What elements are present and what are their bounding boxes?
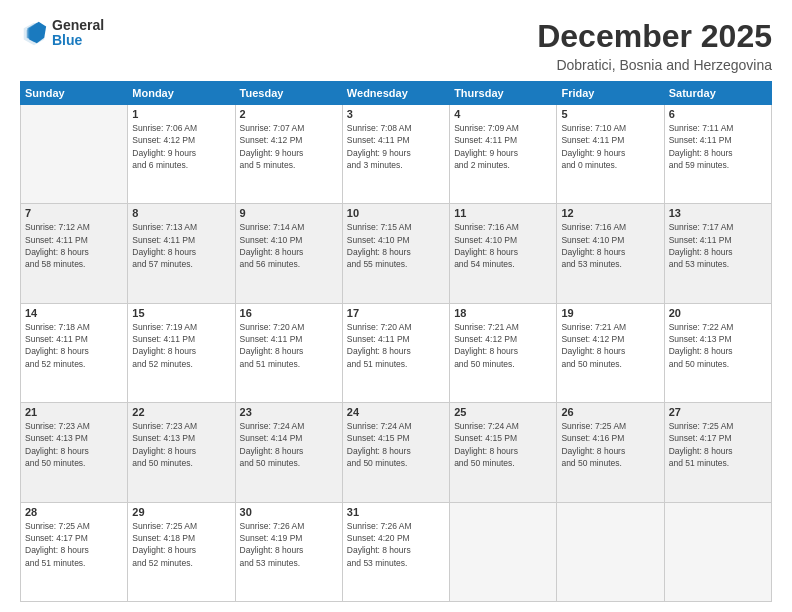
table-row: 16Sunrise: 7:20 AM Sunset: 4:11 PM Dayli… [235, 303, 342, 402]
day-info: Sunrise: 7:25 AM Sunset: 4:18 PM Dayligh… [132, 520, 230, 569]
day-number: 16 [240, 307, 338, 319]
col-saturday: Saturday [664, 82, 771, 105]
logo-blue-text: Blue [52, 33, 104, 48]
table-row: 5Sunrise: 7:10 AM Sunset: 4:11 PM Daylig… [557, 105, 664, 204]
day-number: 2 [240, 108, 338, 120]
table-row: 26Sunrise: 7:25 AM Sunset: 4:16 PM Dayli… [557, 403, 664, 502]
day-number: 31 [347, 506, 445, 518]
col-thursday: Thursday [450, 82, 557, 105]
day-info: Sunrise: 7:06 AM Sunset: 4:12 PM Dayligh… [132, 122, 230, 171]
day-info: Sunrise: 7:07 AM Sunset: 4:12 PM Dayligh… [240, 122, 338, 171]
table-row: 10Sunrise: 7:15 AM Sunset: 4:10 PM Dayli… [342, 204, 449, 303]
table-row: 12Sunrise: 7:16 AM Sunset: 4:10 PM Dayli… [557, 204, 664, 303]
day-info: Sunrise: 7:24 AM Sunset: 4:15 PM Dayligh… [347, 420, 445, 469]
table-row: 13Sunrise: 7:17 AM Sunset: 4:11 PM Dayli… [664, 204, 771, 303]
calendar-week-row: 21Sunrise: 7:23 AM Sunset: 4:13 PM Dayli… [21, 403, 772, 502]
day-info: Sunrise: 7:23 AM Sunset: 4:13 PM Dayligh… [132, 420, 230, 469]
table-row: 3Sunrise: 7:08 AM Sunset: 4:11 PM Daylig… [342, 105, 449, 204]
day-info: Sunrise: 7:25 AM Sunset: 4:17 PM Dayligh… [25, 520, 123, 569]
day-info: Sunrise: 7:12 AM Sunset: 4:11 PM Dayligh… [25, 221, 123, 270]
day-number: 22 [132, 406, 230, 418]
day-info: Sunrise: 7:14 AM Sunset: 4:10 PM Dayligh… [240, 221, 338, 270]
table-row: 25Sunrise: 7:24 AM Sunset: 4:15 PM Dayli… [450, 403, 557, 502]
table-row: 9Sunrise: 7:14 AM Sunset: 4:10 PM Daylig… [235, 204, 342, 303]
day-info: Sunrise: 7:22 AM Sunset: 4:13 PM Dayligh… [669, 321, 767, 370]
calendar-week-row: 28Sunrise: 7:25 AM Sunset: 4:17 PM Dayli… [21, 502, 772, 601]
day-number: 8 [132, 207, 230, 219]
day-info: Sunrise: 7:15 AM Sunset: 4:10 PM Dayligh… [347, 221, 445, 270]
day-info: Sunrise: 7:24 AM Sunset: 4:14 PM Dayligh… [240, 420, 338, 469]
table-row: 15Sunrise: 7:19 AM Sunset: 4:11 PM Dayli… [128, 303, 235, 402]
calendar-week-row: 14Sunrise: 7:18 AM Sunset: 4:11 PM Dayli… [21, 303, 772, 402]
table-row: 8Sunrise: 7:13 AM Sunset: 4:11 PM Daylig… [128, 204, 235, 303]
table-row [450, 502, 557, 601]
header-row: Sunday Monday Tuesday Wednesday Thursday… [21, 82, 772, 105]
day-number: 14 [25, 307, 123, 319]
table-row: 23Sunrise: 7:24 AM Sunset: 4:14 PM Dayli… [235, 403, 342, 502]
day-info: Sunrise: 7:20 AM Sunset: 4:11 PM Dayligh… [347, 321, 445, 370]
day-info: Sunrise: 7:16 AM Sunset: 4:10 PM Dayligh… [454, 221, 552, 270]
table-row: 28Sunrise: 7:25 AM Sunset: 4:17 PM Dayli… [21, 502, 128, 601]
main-title: December 2025 [537, 18, 772, 55]
table-row: 31Sunrise: 7:26 AM Sunset: 4:20 PM Dayli… [342, 502, 449, 601]
day-info: Sunrise: 7:21 AM Sunset: 4:12 PM Dayligh… [561, 321, 659, 370]
day-number: 15 [132, 307, 230, 319]
day-info: Sunrise: 7:18 AM Sunset: 4:11 PM Dayligh… [25, 321, 123, 370]
day-number: 10 [347, 207, 445, 219]
day-number: 3 [347, 108, 445, 120]
table-row: 22Sunrise: 7:23 AM Sunset: 4:13 PM Dayli… [128, 403, 235, 502]
day-number: 25 [454, 406, 552, 418]
table-row: 19Sunrise: 7:21 AM Sunset: 4:12 PM Dayli… [557, 303, 664, 402]
calendar-table: Sunday Monday Tuesday Wednesday Thursday… [20, 81, 772, 602]
table-row: 2Sunrise: 7:07 AM Sunset: 4:12 PM Daylig… [235, 105, 342, 204]
table-row: 17Sunrise: 7:20 AM Sunset: 4:11 PM Dayli… [342, 303, 449, 402]
day-number: 21 [25, 406, 123, 418]
day-number: 9 [240, 207, 338, 219]
day-number: 19 [561, 307, 659, 319]
day-info: Sunrise: 7:25 AM Sunset: 4:17 PM Dayligh… [669, 420, 767, 469]
table-row: 14Sunrise: 7:18 AM Sunset: 4:11 PM Dayli… [21, 303, 128, 402]
day-number: 1 [132, 108, 230, 120]
title-block: December 2025 Dobratici, Bosnia and Herz… [537, 18, 772, 73]
day-number: 17 [347, 307, 445, 319]
col-monday: Monday [128, 82, 235, 105]
day-number: 6 [669, 108, 767, 120]
col-wednesday: Wednesday [342, 82, 449, 105]
day-info: Sunrise: 7:11 AM Sunset: 4:11 PM Dayligh… [669, 122, 767, 171]
day-number: 30 [240, 506, 338, 518]
table-row: 7Sunrise: 7:12 AM Sunset: 4:11 PM Daylig… [21, 204, 128, 303]
page: General Blue December 2025 Dobratici, Bo… [0, 0, 792, 612]
table-row [21, 105, 128, 204]
day-info: Sunrise: 7:24 AM Sunset: 4:15 PM Dayligh… [454, 420, 552, 469]
day-number: 4 [454, 108, 552, 120]
day-info: Sunrise: 7:16 AM Sunset: 4:10 PM Dayligh… [561, 221, 659, 270]
day-number: 7 [25, 207, 123, 219]
day-number: 20 [669, 307, 767, 319]
table-row: 11Sunrise: 7:16 AM Sunset: 4:10 PM Dayli… [450, 204, 557, 303]
table-row: 27Sunrise: 7:25 AM Sunset: 4:17 PM Dayli… [664, 403, 771, 502]
table-row: 18Sunrise: 7:21 AM Sunset: 4:12 PM Dayli… [450, 303, 557, 402]
day-info: Sunrise: 7:20 AM Sunset: 4:11 PM Dayligh… [240, 321, 338, 370]
day-number: 26 [561, 406, 659, 418]
day-number: 12 [561, 207, 659, 219]
calendar-week-row: 1Sunrise: 7:06 AM Sunset: 4:12 PM Daylig… [21, 105, 772, 204]
logo-general-text: General [52, 18, 104, 33]
day-info: Sunrise: 7:25 AM Sunset: 4:16 PM Dayligh… [561, 420, 659, 469]
table-row: 1Sunrise: 7:06 AM Sunset: 4:12 PM Daylig… [128, 105, 235, 204]
day-info: Sunrise: 7:13 AM Sunset: 4:11 PM Dayligh… [132, 221, 230, 270]
col-tuesday: Tuesday [235, 82, 342, 105]
table-row: 6Sunrise: 7:11 AM Sunset: 4:11 PM Daylig… [664, 105, 771, 204]
table-row [664, 502, 771, 601]
day-number: 29 [132, 506, 230, 518]
table-row: 29Sunrise: 7:25 AM Sunset: 4:18 PM Dayli… [128, 502, 235, 601]
table-row: 21Sunrise: 7:23 AM Sunset: 4:13 PM Dayli… [21, 403, 128, 502]
day-info: Sunrise: 7:17 AM Sunset: 4:11 PM Dayligh… [669, 221, 767, 270]
day-number: 23 [240, 406, 338, 418]
header: General Blue December 2025 Dobratici, Bo… [20, 18, 772, 73]
day-info: Sunrise: 7:23 AM Sunset: 4:13 PM Dayligh… [25, 420, 123, 469]
logo: General Blue [20, 18, 104, 49]
table-row: 24Sunrise: 7:24 AM Sunset: 4:15 PM Dayli… [342, 403, 449, 502]
day-number: 5 [561, 108, 659, 120]
day-number: 11 [454, 207, 552, 219]
day-info: Sunrise: 7:26 AM Sunset: 4:20 PM Dayligh… [347, 520, 445, 569]
